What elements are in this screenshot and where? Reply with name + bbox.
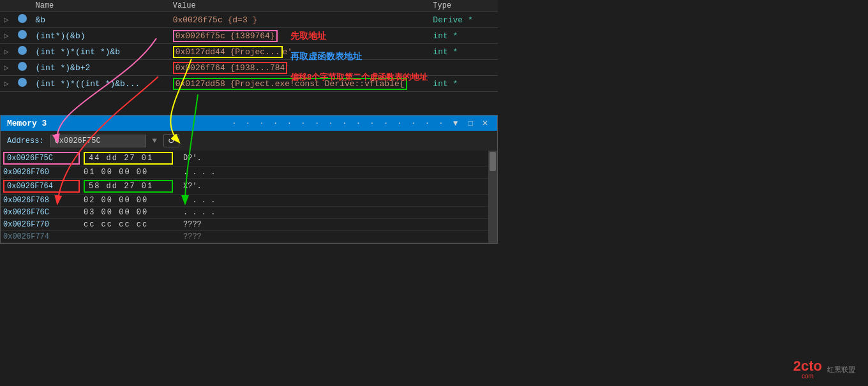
- mem-bytes-1: 44 dd 27 01: [84, 152, 173, 165]
- dots-separator: · · · · · · · · · · · · · · · ·: [232, 119, 445, 128]
- address-dropdown[interactable]: ▼: [153, 137, 157, 145]
- value-2-highlight: 0x0026f75c {1389764}: [173, 30, 278, 42]
- value-5-highlight: 0x0127dd58 {Project.exe!const Derive::vf…: [173, 78, 407, 90]
- mem-chars-3: X?'.: [183, 182, 202, 191]
- restore-btn[interactable]: □: [466, 118, 475, 128]
- mem-addr-1: 0x0026F75C: [3, 152, 80, 165]
- type-2: int *: [429, 28, 498, 44]
- close-btn[interactable]: ✕: [479, 118, 491, 128]
- mem-row-6[interactable]: 0x0026F770 cc cc cc cc ????: [1, 219, 497, 231]
- mem-bytes-6: cc cc cc cc: [84, 220, 173, 229]
- mem-bytes-5: 03 00 00 00: [84, 208, 173, 217]
- mem-chars-6: ????: [183, 220, 202, 229]
- col-type-header: Type: [429, 0, 498, 12]
- type-1: Derive *: [429, 12, 498, 28]
- watch-panel: Name Value Type ▷ &b 0x0026f75c {d=3 } D…: [0, 0, 498, 92]
- value-3-suffix: e': [283, 47, 293, 57]
- value-2: 0x0026f75c {1389764}: [169, 28, 430, 44]
- watch-row-4[interactable]: ▷ (int *)&b+2 0x0026f764 {1938...784: [0, 60, 498, 76]
- expand-2[interactable]: ▷: [0, 28, 14, 44]
- icon-5: [14, 76, 32, 92]
- watermark-2cto: 2cto: [793, 359, 822, 373]
- col-value-header: Value: [169, 0, 430, 12]
- expand-4[interactable]: ▷: [0, 60, 14, 76]
- watermark-com: com: [802, 373, 814, 380]
- mem-row-7[interactable]: 0x0026F774 ????: [1, 231, 497, 243]
- mem-addr-2: 0x0026F760: [3, 168, 80, 177]
- mem-chars-4: . . . .: [183, 196, 215, 205]
- watermark: 2cto com 红黑联盟: [793, 359, 855, 380]
- dropdown-btn[interactable]: ▼: [449, 118, 462, 128]
- type-3: int *: [429, 44, 498, 60]
- mem-row-3[interactable]: 0x0026F764 58 dd 27 01 X?'.: [1, 179, 497, 195]
- mem-addr-5: 0x0026F76C: [3, 208, 80, 217]
- memory-rows: 0x0026F75C 44 dd 27 01 D?'. 0x0026F760 0…: [1, 151, 497, 243]
- mem-chars-1: D?'.: [183, 154, 202, 163]
- value-4: 0x0026f764 {1938...784: [169, 60, 430, 76]
- mem-bytes-2: 01 00 00 00: [84, 168, 173, 177]
- type-5: int *: [429, 76, 498, 92]
- mem-chars-7: ????: [183, 232, 202, 241]
- memory-title: Memory 3: [7, 119, 47, 128]
- mem-chars-2: . . . .: [183, 168, 215, 177]
- name-5: (int *)*((int *)&b...: [31, 76, 168, 92]
- expand-5[interactable]: ▷: [0, 76, 14, 92]
- memory-panel: Memory 3 · · · · · · · · · · · · · · · ·…: [0, 115, 498, 244]
- refresh-btn[interactable]: ↺: [163, 134, 179, 147]
- col-icon-header: [14, 0, 32, 12]
- name-4: (int *)&b+2: [31, 60, 168, 76]
- value-1: 0x0026f75c {d=3 }: [169, 12, 430, 28]
- mem-row-1[interactable]: 0x0026F75C 44 dd 27 01 D?'.: [1, 151, 497, 167]
- main-container: Name Value Type ▷ &b 0x0026f75c {d=3 } D…: [0, 0, 868, 386]
- mem-bytes-3: 58 dd 27 01: [84, 180, 173, 193]
- mem-addr-6: 0x0026F770: [3, 220, 80, 229]
- value-3-highlight: 0x0127dd44 {Projec...: [173, 46, 283, 58]
- watch-row-5[interactable]: ▷ (int *)*((int *)&b... 0x0127dd58 {Proj…: [0, 76, 498, 92]
- address-bar: Address: ▼ ↺: [1, 131, 497, 151]
- scrollbar[interactable]: [488, 151, 497, 243]
- mem-addr-3: 0x0026F764: [3, 180, 80, 193]
- mem-addr-4: 0x0026F768: [3, 196, 80, 205]
- value-3: 0x0127dd44 {Projec...e': [169, 44, 430, 60]
- watch-row-3[interactable]: ▷ (int *)*(int *)&b 0x0127dd44 {Projec..…: [0, 44, 498, 60]
- type-4: [429, 60, 498, 76]
- value-5: 0x0127dd58 {Project.exe!const Derive::vf…: [169, 76, 430, 92]
- expand-1[interactable]: ▷: [0, 12, 14, 28]
- icon-4: [14, 60, 32, 76]
- name-1: &b: [31, 12, 168, 28]
- watermark-logo: 2cto com: [793, 359, 822, 380]
- expand-3[interactable]: ▷: [0, 44, 14, 60]
- watermark-sub1: 红黑联盟: [827, 365, 855, 375]
- watermark-text: 红黑联盟: [827, 365, 855, 375]
- address-label: Address:: [7, 137, 44, 145]
- icon-1: [14, 12, 32, 28]
- name-2: (int*)(&b): [31, 28, 168, 44]
- mem-row-4[interactable]: 0x0026F768 02 00 00 00 . . . .: [1, 195, 497, 207]
- mem-chars-5: . . . .: [183, 208, 215, 217]
- value-4-highlight: 0x0026f764 {1938...784: [173, 62, 288, 74]
- col-name-header: Name: [31, 0, 168, 12]
- address-input[interactable]: [50, 135, 146, 147]
- watch-row-2[interactable]: ▷ (int*)(&b) 0x0026f75c {1389764} int *: [0, 28, 498, 44]
- scrollbar-thumb[interactable]: [490, 152, 496, 171]
- icon-3: [14, 44, 32, 60]
- watch-row-1[interactable]: ▷ &b 0x0026f75c {d=3 } Derive *: [0, 12, 498, 28]
- memory-controls: · · · · · · · · · · · · · · · · ▼ □ ✕: [232, 118, 491, 128]
- mem-row-2[interactable]: 0x0026F760 01 00 00 00 . . . .: [1, 167, 497, 179]
- mem-addr-7: 0x0026F774: [3, 232, 80, 241]
- icon-2: [14, 28, 32, 44]
- col-expand-header: [0, 0, 14, 12]
- memory-header: Memory 3 · · · · · · · · · · · · · · · ·…: [1, 115, 497, 131]
- watch-table: Name Value Type ▷ &b 0x0026f75c {d=3 } D…: [0, 0, 498, 92]
- name-3: (int *)*(int *)&b: [31, 44, 168, 60]
- mem-bytes-4: 02 00 00 00: [84, 196, 173, 205]
- watch-header-row: Name Value Type: [0, 0, 498, 12]
- mem-row-5[interactable]: 0x0026F76C 03 00 00 00 . . . .: [1, 207, 497, 219]
